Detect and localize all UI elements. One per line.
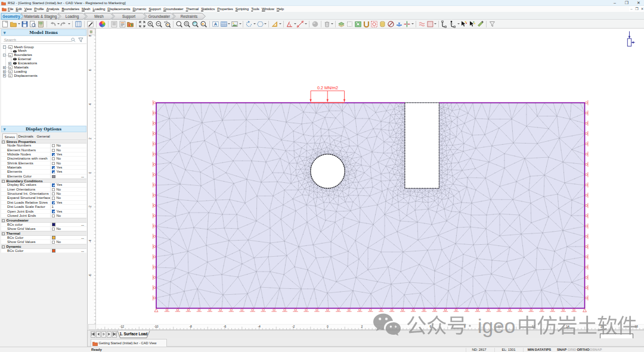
restore-button[interactable]: ❐ xyxy=(621,0,632,6)
osnap-toggle[interactable]: OSNAP xyxy=(584,347,608,352)
value-text[interactable]: 1 xyxy=(52,205,54,209)
checkbox-unchecked[interactable] xyxy=(52,188,55,191)
menu-analysis[interactable]: Analysis xyxy=(45,6,61,12)
display-tab-decimals[interactable]: Decimals xyxy=(17,133,35,139)
next-stage-button[interactable] xyxy=(107,331,112,338)
browse-button[interactable]: ... xyxy=(81,236,84,240)
visibility-eye-icon[interactable] xyxy=(13,62,17,65)
browse-button[interactable]: ... xyxy=(81,223,84,227)
first-stage-button[interactable] xyxy=(91,331,95,338)
menu-displacements[interactable]: Displacements xyxy=(106,6,131,12)
search-icon[interactable] xyxy=(71,38,76,42)
select-pencil-button[interactable] xyxy=(476,20,484,28)
menu-thermal[interactable]: Thermal xyxy=(185,6,200,12)
expand-box-icon[interactable]: + xyxy=(3,74,7,77)
expand-box-icon[interactable]: + xyxy=(8,62,12,66)
checkbox-checked[interactable] xyxy=(52,166,55,169)
grid-row-structural-int-orientations[interactable]: Structural Int. OrientationsNo xyxy=(1,192,86,196)
copy-object-button[interactable] xyxy=(346,20,354,28)
pen-sketch-button[interactable] xyxy=(86,20,94,28)
menu-mesh[interactable]: Mesh xyxy=(80,6,92,12)
menu-support[interactable]: Support xyxy=(147,6,162,12)
tree-item-materials[interactable]: +Materials xyxy=(1,66,86,70)
joint-boundary-button[interactable] xyxy=(418,20,426,28)
group-collapse-icon[interactable]: − xyxy=(2,180,5,183)
browse-button[interactable]: ... xyxy=(81,175,84,179)
checkbox-unchecked[interactable] xyxy=(52,157,55,160)
polygon-tool-button[interactable] xyxy=(256,20,264,28)
display-options-caption[interactable]: ▼ Display Options xyxy=(1,126,86,132)
menu-window[interactable]: Window xyxy=(261,6,275,12)
list-view-button[interactable] xyxy=(110,20,118,28)
min-datatips-toggle[interactable]: MIN DATATIPS xyxy=(526,347,553,352)
display-tab-stress[interactable]: Stress xyxy=(2,133,18,139)
selection-filter-button[interactable] xyxy=(488,20,496,28)
grid-row-expand-structural-interface[interactable]: Expand Structural InterfaceNo xyxy=(1,196,86,200)
menu-file[interactable]: File xyxy=(7,6,14,12)
collapse-box-icon[interactable]: - xyxy=(3,54,7,57)
menu-groundwater[interactable]: Groundwater xyxy=(162,6,185,12)
checkbox-unchecked[interactable] xyxy=(52,197,55,200)
grid-row-discretizations-with-mesh[interactable]: Discretizations with meshNo xyxy=(1,157,86,161)
group-collapse-icon[interactable]: − xyxy=(2,219,5,222)
zoom-extents-button[interactable] xyxy=(183,20,191,28)
set-square-dropdown[interactable] xyxy=(279,20,282,27)
menu-boundaries[interactable]: Boundaries xyxy=(60,6,80,12)
select-points-button[interactable] xyxy=(468,20,476,28)
mesh-region-button[interactable] xyxy=(370,20,378,28)
rotate-selection-button[interactable] xyxy=(245,20,253,28)
filter-icon[interactable] xyxy=(78,38,83,42)
checkbox-checked[interactable] xyxy=(52,201,55,204)
select-spark-button[interactable] xyxy=(460,20,467,28)
protractor-button[interactable] xyxy=(286,20,293,28)
display-tab-general[interactable]: General xyxy=(35,133,52,139)
open-file-button[interactable] xyxy=(10,20,17,28)
browse-button[interactable]: ... xyxy=(81,249,84,253)
grid-table-button[interactable] xyxy=(220,20,228,28)
redo-dropdown[interactable] xyxy=(68,20,71,27)
node-tool-2-button[interactable] xyxy=(449,20,457,28)
prev-stage-button[interactable] xyxy=(96,331,101,338)
project-settings-button[interactable] xyxy=(37,20,45,28)
redo-button[interactable] xyxy=(60,20,67,28)
color-swatch[interactable] xyxy=(52,175,55,178)
section-cut-button[interactable] xyxy=(403,20,411,28)
menu-profile[interactable]: Profile xyxy=(33,6,45,12)
grid-row-elements[interactable]: ElementsYes xyxy=(1,170,86,174)
group-collapse-icon[interactable]: − xyxy=(2,232,5,235)
grid-row-show-grid-values[interactable]: Show Grid ValuesNo xyxy=(1,227,86,231)
grid-row-liner-orientations[interactable]: Liner OrientationsNo xyxy=(1,188,86,192)
tree-item-excavations[interactable]: +Excavations xyxy=(1,61,86,66)
color-swatch[interactable] xyxy=(52,236,55,239)
mdi-close-button[interactable]: ✕ xyxy=(640,7,644,12)
menu-statistics[interactable]: Statistics xyxy=(200,6,216,12)
dimension-dropdown[interactable] xyxy=(305,20,308,27)
tree-dropdown-icon[interactable] xyxy=(8,70,13,73)
material-layers-button[interactable] xyxy=(338,20,345,28)
grid-row-bcs-color[interactable]: BCs Color... xyxy=(1,249,86,253)
mdi-restore-button[interactable]: ❐ xyxy=(634,7,639,12)
zoom-points-button[interactable] xyxy=(163,20,171,28)
tree-dropdown-icon[interactable] xyxy=(8,45,13,49)
new-file-button[interactable] xyxy=(1,20,9,28)
text-label-button[interactable]: A xyxy=(212,20,219,28)
cad-canvas[interactable]: 86420-2-4-6 -12-10-8-6-4-202468101214161… xyxy=(88,29,644,330)
insert-image-dropdown[interactable] xyxy=(239,20,242,27)
color-wheel-button[interactable] xyxy=(98,20,106,28)
mdi-minimize-button[interactable]: – xyxy=(629,7,634,12)
node-tool-1-button[interactable] xyxy=(441,20,448,28)
grid-row-closed-joint-ends[interactable]: Closed Joint EndsNo xyxy=(1,214,86,218)
grid-row-element-numbers[interactable]: Element NumbersNo xyxy=(1,148,86,152)
menu-properties[interactable]: Properties xyxy=(216,6,234,12)
checkbox-unchecked[interactable] xyxy=(52,162,55,165)
grid-row-midside-nodes[interactable]: Midside NodesYes xyxy=(1,152,86,157)
dimension-button[interactable] xyxy=(296,20,304,28)
last-stage-button[interactable] xyxy=(112,331,117,338)
tree-item-external[interactable]: External xyxy=(1,57,86,61)
menu-help[interactable]: Help xyxy=(275,6,285,12)
zoom-in-button[interactable] xyxy=(147,20,154,28)
borehole-button[interactable] xyxy=(379,20,386,28)
menu-view[interactable]: View xyxy=(23,6,33,12)
undo-dropdown[interactable] xyxy=(57,20,60,27)
checkbox-unchecked[interactable] xyxy=(52,192,55,195)
